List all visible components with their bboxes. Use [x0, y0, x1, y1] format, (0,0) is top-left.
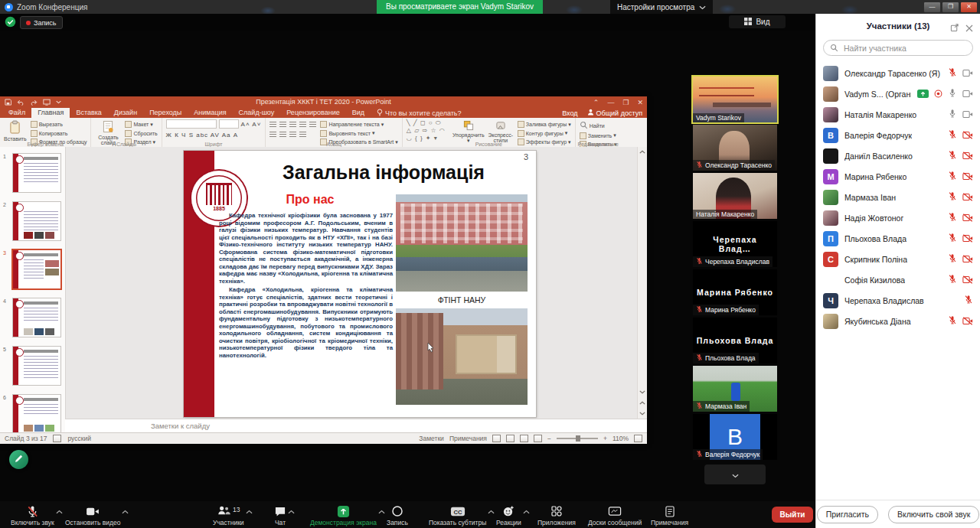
participant-row[interactable]: П Пльохова Влада [816, 228, 980, 249]
share-options-chevron[interactable] [378, 508, 385, 516]
tab-animations[interactable]: Анимация [188, 108, 232, 118]
slide-thumbnail-2[interactable] [12, 201, 61, 241]
language-indicator[interactable]: русский [67, 435, 91, 442]
alignment-buttons[interactable] [270, 132, 316, 138]
tab-file[interactable]: Файл [2, 108, 31, 118]
font-name-box[interactable] [166, 119, 217, 129]
text-direction-button[interactable]: Направление текста ▾ [320, 121, 397, 128]
sign-in-link[interactable]: Вход [562, 109, 577, 117]
invite-button[interactable]: Пригласить [817, 506, 878, 523]
find-button[interactable]: Найти [580, 121, 617, 130]
audio-options-chevron[interactable] [56, 508, 63, 516]
participant-row[interactable]: В Валерія Федорчук [816, 125, 980, 145]
reset-button[interactable]: Сбросить [125, 130, 157, 137]
unmute-button[interactable]: Включить звук [11, 504, 54, 526]
captions-button[interactable]: CC Показать субтитры [429, 504, 486, 526]
zoom-out-button[interactable]: − [547, 435, 551, 442]
save-icon[interactable] [5, 99, 11, 106]
unmute-self-button[interactable]: Включить свой звук [888, 506, 979, 523]
share-screen-button[interactable]: Демонстрация экрана [310, 504, 377, 526]
record-button[interactable]: Запись [387, 504, 408, 526]
participant-row[interactable]: Наталія Макаренко [816, 104, 980, 125]
tab-review[interactable]: Рецензирование [280, 108, 346, 118]
video-tile-cherepakha[interactable]: Черепаха Влад… Черепаха Владислав [693, 221, 777, 267]
participant-row[interactable]: Олександр Тарасенко (Я) [816, 63, 980, 83]
captions-options-chevron[interactable] [488, 508, 495, 516]
video-tile-valeriia[interactable]: В Валерія Федорчук [693, 414, 777, 460]
tab-slideshow[interactable]: Слайд-шоу [233, 108, 281, 118]
video-tile-oleksandr[interactable]: Олександр Тарасенко [693, 125, 777, 171]
undo-icon[interactable] [17, 99, 24, 106]
redo-icon[interactable] [30, 99, 38, 106]
slideshow-icon[interactable] [43, 99, 51, 106]
cut-button[interactable]: Вырезать [31, 121, 87, 128]
ppt-minimize-button[interactable]: — [607, 99, 614, 106]
video-tile-natalia[interactable]: Наталія Макаренко [693, 173, 777, 219]
annotation-pencil-button[interactable] [9, 450, 28, 469]
layout-button[interactable]: Макет ▾ [125, 121, 157, 128]
slide-thumbnail-1[interactable] [12, 153, 61, 193]
next-slide-icon[interactable] [639, 409, 646, 418]
maximize-button[interactable]: ❐ [942, 2, 959, 13]
participant-row[interactable]: Мармаза Іван [816, 187, 980, 207]
reading-view-icon[interactable] [520, 435, 528, 442]
slideshow-view-icon[interactable] [534, 435, 542, 442]
tab-transitions[interactable]: Переходы [143, 108, 188, 118]
quick-styles-button[interactable]: Экспресс-стили [488, 119, 514, 144]
participant-search[interactable] [823, 40, 973, 56]
shapes-gallery[interactable]: ╲ ╱ ◻ ○ ⬭△ ▱ ⇨ ☆ ◠◡ { } ✦ ▾ [407, 119, 449, 142]
reactions-options-chevron[interactable] [523, 508, 530, 516]
participant-row[interactable]: М Марина Рябенко [816, 166, 980, 187]
collapse-videos-button[interactable] [704, 464, 766, 484]
tab-design[interactable]: Дизайн [108, 108, 143, 118]
tab-insert[interactable]: Вставка [70, 108, 107, 118]
video-tile-marmaza[interactable]: Мармаза Іван [693, 366, 777, 412]
video-options-chevron[interactable] [122, 508, 129, 516]
fit-slide-icon[interactable] [634, 435, 642, 442]
share-button[interactable]: Общий доступ [587, 109, 642, 117]
participants-button[interactable]: 13 Участники [213, 504, 244, 526]
shape-fill-button[interactable]: Заливка фигуры ▾ [518, 121, 571, 128]
leave-button[interactable]: Выйти [772, 507, 813, 523]
chat-button[interactable]: Чат [274, 504, 286, 526]
participant-row[interactable]: Ч Черепаха Владислав [816, 290, 980, 311]
normal-view-icon[interactable] [492, 435, 501, 442]
participant-row[interactable]: Надія Жовтоног [816, 207, 980, 228]
zoom-in-button[interactable]: + [603, 435, 607, 442]
video-tile-vadym[interactable]: Vadym Starikov [693, 77, 777, 122]
arrange-button[interactable]: Упорядочить ▾ [453, 119, 484, 144]
recording-indicator[interactable]: Запись [20, 16, 63, 29]
ppt-maximize-button[interactable]: ❐ [622, 99, 629, 106]
participant-row[interactable]: С Скрипник Поліна [816, 249, 980, 269]
slide-thumbnail-3-selected[interactable] [11, 249, 62, 290]
search-input[interactable] [842, 43, 966, 54]
align-text-button[interactable]: Выровнять текст ▾ [320, 130, 397, 137]
minimize-button[interactable]: — [923, 2, 941, 13]
tab-view[interactable]: Вид [346, 108, 371, 118]
scroll-up-icon[interactable] [639, 147, 646, 156]
quick-access-toolbar[interactable] [5, 96, 61, 108]
popout-icon[interactable] [950, 21, 959, 35]
notes-pane[interactable]: Заметки к слайду [65, 419, 647, 432]
shape-outline-button[interactable]: Контур фигуры ▾ [518, 130, 571, 137]
previous-slide-icon[interactable] [639, 398, 646, 407]
ppt-close-button[interactable]: ✕ [637, 99, 643, 106]
comments-toggle[interactable]: Примечания [449, 435, 487, 442]
stop-video-button[interactable]: Остановить видео [65, 504, 120, 526]
ribbon-options-icon[interactable]: ⌃ [593, 99, 599, 106]
tab-home[interactable]: Главная [31, 108, 70, 118]
copy-button[interactable]: Копировать [31, 130, 87, 137]
participant-row[interactable]: Якубинська Діана [816, 311, 980, 331]
list-buttons[interactable] [270, 122, 316, 128]
paste-button[interactable]: Вставить [4, 119, 27, 142]
apps-button[interactable]: Приложения [537, 504, 576, 526]
qat-customize-icon[interactable] [56, 100, 61, 104]
slide-scrollbar[interactable] [637, 147, 647, 419]
meeting-info-shield-icon[interactable] [5, 16, 16, 31]
view-settings-button[interactable]: Настройки просмотра [610, 0, 713, 14]
chat-options-chevron[interactable] [288, 508, 295, 516]
spellcheck-icon[interactable] [53, 435, 61, 442]
zoom-percent[interactable]: 110% [612, 435, 629, 442]
slide-thumbnail-5[interactable] [12, 346, 61, 386]
view-button[interactable]: Вид [729, 15, 786, 28]
